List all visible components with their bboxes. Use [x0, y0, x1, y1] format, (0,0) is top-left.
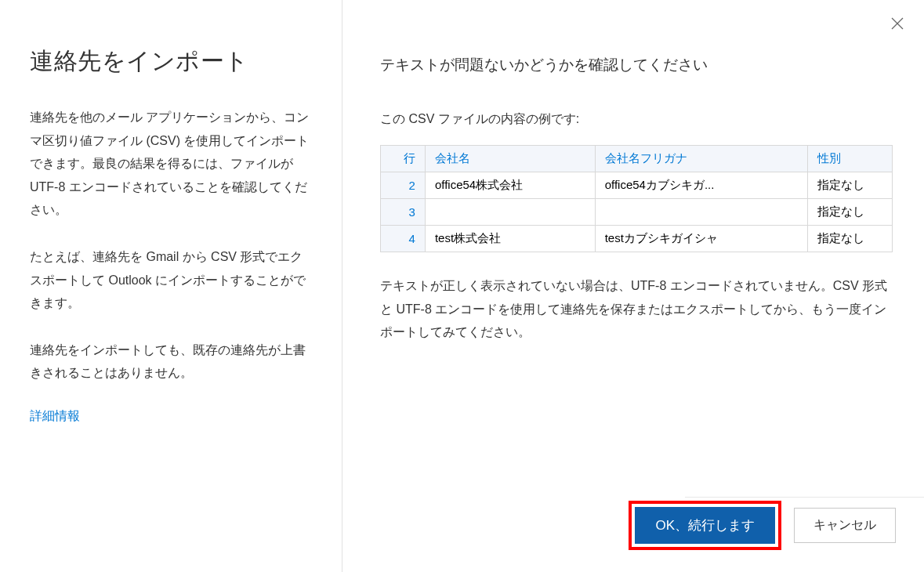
- cell-row-num: 2: [381, 172, 426, 199]
- button-bar: OK、続行します キャンセル: [629, 501, 896, 550]
- cell-furigana: office54カブシキガ...: [595, 172, 807, 199]
- table-row: 2 office54株式会社 office54カブシキガ... 指定なし: [381, 172, 893, 199]
- more-info-link[interactable]: 詳細情報: [30, 409, 80, 422]
- left-info-panel: 連絡先をインポート 連絡先を他のメール アプリケーションから、コンマ区切り値ファ…: [0, 0, 342, 572]
- csv-example-label: この CSV ファイルの内容の例です:: [380, 111, 893, 128]
- import-contacts-dialog: 連絡先をインポート 連絡先を他のメール アプリケーションから、コンマ区切り値ファ…: [0, 0, 924, 572]
- cell-company: office54株式会社: [425, 172, 595, 199]
- encoding-note: テキストが正しく表示されていない場合は、UTF-8 エンコードされていません。C…: [380, 274, 893, 344]
- right-content-panel: テキストが問題ないかどうかを確認してください この CSV ファイルの内容の例で…: [342, 0, 924, 572]
- cell-gender: 指定なし: [807, 226, 892, 252]
- cell-gender: 指定なし: [807, 172, 892, 199]
- close-icon: [891, 17, 904, 30]
- cancel-button[interactable]: キャンセル: [794, 508, 896, 543]
- ok-button-highlight: OK、続行します: [629, 501, 781, 550]
- intro-paragraph-3: 連絡先をインポートしても、既存の連絡先が上書きされることはありません。: [30, 338, 312, 385]
- cell-furigana: [595, 199, 807, 226]
- cell-furigana: testカブシキガイシャ: [595, 226, 807, 252]
- header-gender: 性別: [807, 146, 892, 172]
- verify-text-heading: テキストが問題ないかどうかを確認してください: [380, 55, 893, 75]
- close-button[interactable]: [888, 14, 907, 33]
- table-row: 4 test株式会社 testカブシキガイシャ 指定なし: [381, 226, 893, 252]
- header-row-num: 行: [381, 146, 426, 172]
- cell-company: [425, 199, 595, 226]
- table-row: 3 指定なし: [381, 199, 893, 226]
- footer-divider: [685, 497, 924, 498]
- ok-continue-button[interactable]: OK、続行します: [635, 507, 775, 544]
- cell-company: test株式会社: [425, 226, 595, 252]
- cell-gender: 指定なし: [807, 199, 892, 226]
- header-furigana: 会社名フリガナ: [595, 146, 807, 172]
- dialog-title: 連絡先をインポート: [30, 45, 312, 78]
- intro-paragraph-2: たとえば、連絡先を Gmail から CSV 形式でエクスポートして Outlo…: [30, 245, 312, 315]
- table-header-row: 行 会社名 会社名フリガナ 性別: [381, 146, 893, 172]
- header-company: 会社名: [425, 146, 595, 172]
- cell-row-num: 4: [381, 226, 426, 252]
- cell-row-num: 3: [381, 199, 426, 226]
- intro-paragraph-1: 連絡先を他のメール アプリケーションから、コンマ区切り値ファイル (CSV) を…: [30, 106, 312, 222]
- csv-preview-table: 行 会社名 会社名フリガナ 性別 2 office54株式会社 office54…: [380, 145, 893, 252]
